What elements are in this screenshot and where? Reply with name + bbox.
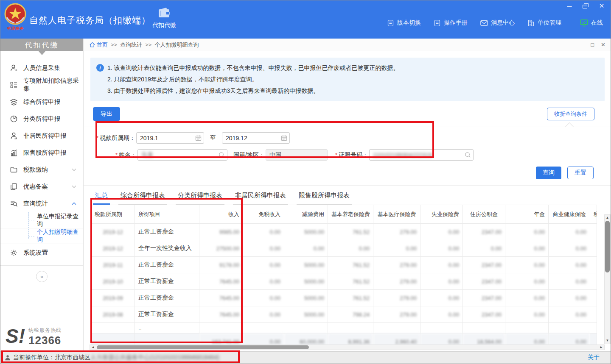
tab-report-4[interactable]: 限售股所得申报表: [297, 192, 352, 205]
sidebar-item-query-statistics[interactable]: 查询统计: [0, 195, 83, 212]
table-row[interactable]: 2019-12正常工资薪金9985.000.005000.00761.52279…: [91, 224, 597, 240]
calendar-icon[interactable]: [195, 135, 202, 142]
header-menu-manual[interactable]: 操作手册: [434, 19, 468, 27]
chevron-up-icon: [72, 202, 76, 205]
cell: 7645.00: [199, 306, 243, 323]
table-row[interactable]: 2019-12全年一次性奖金收入27500.000.000.000.000.00…: [91, 240, 597, 257]
panel-close-button[interactable]: ✕: [601, 42, 605, 48]
search-icon[interactable]: [219, 152, 225, 159]
restore-icon: [583, 3, 589, 9]
sidebar-item-special-deduction[interactable]: 专项附加扣除信息采集: [0, 76, 83, 93]
search-icon[interactable]: [465, 152, 471, 159]
cell: 2019-11: [91, 257, 135, 273]
sidebar-item-preferential-filing[interactable]: 优惠备案: [0, 178, 83, 195]
scroll-down-arrow[interactable]: ▼: [605, 338, 610, 343]
sidebar-item-classified-income[interactable]: 分类所得申报: [0, 110, 83, 127]
id-value-blurred: 110102199304222319: [373, 152, 432, 158]
cell: 正常工资薪金: [135, 257, 199, 273]
person-icon: [10, 132, 18, 140]
period-from-input[interactable]: 2019.1: [136, 132, 204, 144]
sidebar-header-pointer: [39, 51, 45, 58]
horizontal-scrollbar[interactable]: ◄ ►: [90, 345, 605, 350]
result-table-wrap: 税款所属期所得项目收入免税收入减除费用基本养老保险费基本医疗保险费失业保险费住房…: [91, 205, 597, 350]
search-button[interactable]: 查询: [536, 167, 561, 179]
period-to-input[interactable]: 2019.12: [222, 132, 290, 144]
nationality-input: 中国: [266, 149, 328, 161]
tab-report-2[interactable]: 分类所得申报表: [176, 192, 224, 205]
document-icon: [387, 19, 394, 27]
cell: 27500.00: [199, 240, 243, 257]
cell: [420, 323, 463, 333]
sidebar-collapse-button[interactable]: «: [36, 271, 48, 282]
chevron-down-icon: [72, 168, 76, 171]
tax-bureau-logo: 中国税务: [3, 3, 27, 35]
horizontal-scroll-thumb[interactable]: [97, 345, 309, 349]
cell: 279.00: [373, 306, 420, 323]
mail-icon: [480, 20, 488, 26]
cell: [505, 323, 549, 333]
table-body: 2019-12正常工资薪金9985.000.005000.00761.52279…: [91, 224, 597, 350]
filter-panel: * 税款所属期： 2019.1 至 2019.12 *: [84, 127, 611, 166]
cell: 正常工资薪金: [135, 273, 199, 290]
current-unit-label: 当前操作单位：: [13, 354, 55, 361]
cell: 2019-12: [91, 224, 135, 240]
sidebar: 代扣代缴 人员信息采集专项附加扣除信息采集综合所得申报分类所得申报非居民所得申报…: [0, 39, 84, 352]
tab-withholding[interactable]: 代扣代缴: [149, 7, 179, 29]
chevron-down-icon: [72, 185, 76, 188]
table-row[interactable]: 2019-08正常工资薪金7645.000.005000.00798.24279…: [91, 306, 597, 323]
sidebar-item-tax-payment[interactable]: 税款缴纳: [0, 161, 83, 178]
header-menu: 版本切换操作手册消息中心单位管理在线: [387, 19, 603, 27]
export-button[interactable]: 导出: [93, 107, 120, 121]
tab-report-1[interactable]: 综合所得申报表: [118, 192, 167, 205]
column-header-6: 基本医疗保险费: [373, 205, 420, 224]
sidebar-subitem-unit-declare-query[interactable]: 单位申报记录查询: [0, 212, 83, 228]
app-header: ─ ✕ 中国税务 自然人电子税务局（扣缴端）: [0, 0, 611, 39]
breadcrumb-bar: 首页 >> 查询统计 >> 个人扣缴明细查询 □ ✕: [84, 39, 611, 51]
vertical-scrollbar[interactable]: ▲ ▼: [604, 214, 611, 344]
cell: 0.00: [420, 257, 463, 273]
sidebar-nav: 人员信息采集专项附加扣除信息采集综合所得申报分类所得申报非居民所得申报限售股所得…: [0, 59, 83, 261]
tab-report-3[interactable]: 非居民所得申报表: [233, 192, 288, 205]
table-row[interactable]: 2019-09正常工资薪金7645.000.005000.00761.52279…: [91, 290, 597, 306]
table-row[interactable]: 2019-10正常工资薪金7645.000.005000.00761.52279…: [91, 273, 597, 290]
about-link[interactable]: 关于: [588, 354, 600, 361]
tab-summary[interactable]: 汇总: [93, 192, 110, 205]
sidebar-item-comprehensive-income[interactable]: 综合所得申报: [0, 93, 83, 110]
panel-restore-button[interactable]: □: [591, 42, 594, 48]
restore-button[interactable]: [582, 3, 589, 9]
breadcrumb-item-query-stats[interactable]: 查询统计: [120, 41, 142, 49]
header-menu-message-center[interactable]: 消息中心: [480, 19, 515, 27]
collapse-query-button[interactable]: 收折查询条件: [547, 108, 594, 120]
cell: 761.52: [328, 290, 373, 306]
cell: 5000.00: [284, 290, 328, 306]
id-number-input[interactable]: 110102199304222319: [369, 149, 474, 161]
scroll-up-arrow[interactable]: ▲: [605, 215, 610, 220]
header-menu-unit-management[interactable]: 单位管理: [527, 19, 561, 27]
sidebar-item-nonresident-income[interactable]: 非居民所得申报: [0, 127, 83, 144]
minimize-button[interactable]: ─: [566, 3, 573, 9]
table-row[interactable]: 2019-11正常工资薪金9178.000.005000.00761.52279…: [91, 257, 597, 273]
scroll-right-arrow[interactable]: ►: [599, 345, 604, 350]
cell: 9178.00: [199, 257, 243, 273]
cell: 9985.00: [199, 224, 243, 240]
sidebar-item-system-settings[interactable]: 系统设置: [0, 244, 83, 261]
scroll-left-arrow[interactable]: ◄: [90, 345, 95, 350]
logo-caption: 中国税务: [3, 26, 27, 31]
name-input[interactable]: 马某: [137, 149, 227, 161]
reset-button[interactable]: 重置: [567, 167, 594, 179]
header-menu-version-switch[interactable]: 版本切换: [387, 19, 421, 27]
nationality-label: 国籍/地区：: [233, 151, 265, 159]
cell: [590, 273, 597, 290]
sidebar-subitem-personal-detail-query[interactable]: 个人扣缴明细查询: [0, 228, 83, 244]
online-status[interactable]: 在线: [580, 19, 603, 27]
cell: 7645.00: [199, 273, 243, 290]
sidebar-item-personnel-info[interactable]: 人员信息采集: [0, 59, 83, 76]
vertical-scroll-thumb[interactable]: [605, 221, 610, 272]
table-row[interactable]: ..: [91, 323, 597, 333]
calendar-icon[interactable]: [281, 135, 287, 142]
sidebar-item-restricted-stock[interactable]: 限售股所得申报: [0, 144, 83, 161]
cell: 0.00: [373, 240, 420, 257]
close-button[interactable]: ✕: [598, 3, 605, 9]
breadcrumb-home[interactable]: 首页: [90, 41, 108, 49]
column-header-3: 免税收入: [243, 205, 284, 224]
